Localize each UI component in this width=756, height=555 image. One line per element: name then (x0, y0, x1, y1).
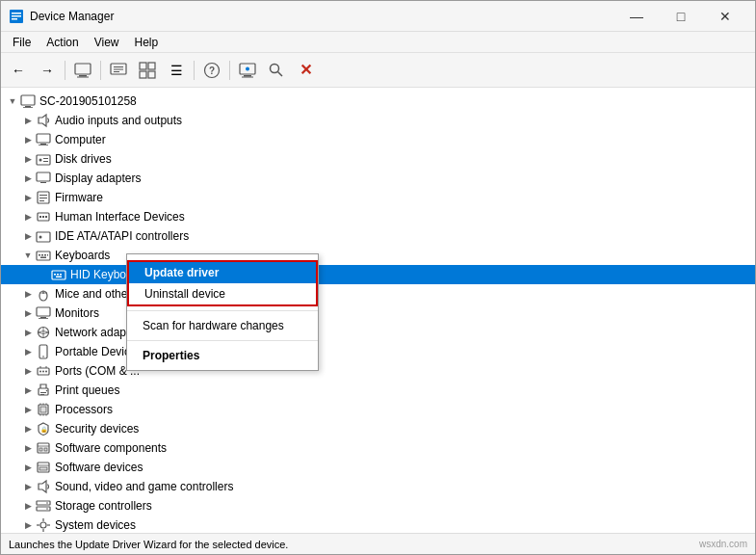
tree-item-firmware[interactable]: ▶ Firmware (1, 188, 755, 207)
svg-line-22 (278, 71, 283, 76)
software-dev-icon (36, 460, 51, 475)
expand-storage[interactable]: ▶ (20, 498, 36, 514)
svg-point-70 (45, 371, 47, 373)
ide-icon (36, 228, 51, 244)
tree-view[interactable]: ▼ SC-201905101258 ▶ Audio inputs and out… (1, 88, 755, 533)
svg-point-45 (39, 236, 42, 239)
status-watermark: wsxdn.com (699, 539, 747, 549)
close-button[interactable]: ✕ (703, 1, 747, 32)
system-icon (36, 517, 51, 533)
tree-item-hid[interactable]: ▶ Human Interface Devices (1, 207, 755, 226)
ctx-uninstall-device[interactable]: Uninstall device (129, 283, 316, 304)
svg-rect-27 (37, 134, 50, 143)
ctx-scan[interactable]: Scan for hardware changes (127, 315, 318, 336)
expand-network[interactable]: ▶ (20, 325, 36, 340)
svg-rect-44 (37, 232, 50, 242)
svg-rect-51 (40, 257, 46, 259)
tree-item-processors[interactable]: ▶ Processors (1, 400, 755, 419)
ctx-update-driver[interactable]: Update driver (129, 262, 316, 283)
expand-monitors[interactable]: ▶ (20, 305, 36, 321)
expand-disk[interactable]: ▶ (20, 151, 36, 167)
tree-item-root[interactable]: ▼ SC-201905101258 (1, 92, 755, 111)
print-label: Print queues (55, 383, 119, 397)
device-manager-button[interactable] (69, 57, 96, 84)
expand-audio[interactable]: ▶ (20, 113, 36, 128)
expand-portable[interactable]: ▶ (20, 344, 36, 359)
expand-ide[interactable]: ▶ (20, 228, 36, 244)
scan-button[interactable] (105, 57, 132, 84)
tree-item-portable[interactable]: ▶ Portable Device... (1, 342, 755, 361)
svg-rect-5 (79, 75, 87, 77)
tree-item-security[interactable]: ▶ 🔒 Security devices (1, 419, 755, 438)
list-button[interactable]: ☰ (163, 57, 190, 84)
expand-security[interactable]: ▶ (20, 421, 36, 436)
expand-ports[interactable]: ▶ (20, 363, 36, 379)
ctx-sep-1 (127, 310, 318, 311)
disk-label: Disk drives (55, 152, 112, 166)
svg-rect-54 (57, 274, 59, 276)
menu-view[interactable]: View (87, 34, 127, 51)
window-icon (9, 9, 24, 24)
svg-rect-55 (60, 274, 62, 276)
expand-sound[interactable]: ▶ (20, 479, 36, 494)
expand-computer[interactable]: ▶ (20, 132, 36, 147)
svg-rect-6 (77, 76, 89, 77)
tree-item-audio[interactable]: ▶ Audio inputs and outputs (1, 111, 755, 130)
expand-mice[interactable]: ▶ (20, 286, 36, 302)
delete-button[interactable]: ✕ (292, 57, 319, 84)
svg-rect-10 (114, 71, 119, 72)
main-content: ▼ SC-201905101258 ▶ Audio inputs and out… (1, 88, 755, 533)
expand-software-dev[interactable]: ▶ (20, 460, 36, 475)
tree-item-monitors[interactable]: ▶ Monitors (1, 304, 755, 323)
tree-item-sound[interactable]: ▶ Sound, video and game controllers (1, 477, 755, 496)
expand-system[interactable]: ▶ (20, 517, 36, 533)
menu-help[interactable]: Help (127, 34, 167, 51)
tree-item-computer[interactable]: ▶ Computer (1, 130, 755, 149)
tree-item-ports[interactable]: ▶ Ports (COM & ... (1, 361, 755, 381)
expand-print[interactable]: ▶ (20, 383, 36, 398)
magnify-button[interactable] (263, 57, 290, 84)
ctx-properties[interactable]: Properties (127, 345, 318, 366)
tree-item-software-comp[interactable]: ▶ Software components (1, 438, 755, 458)
svg-rect-4 (75, 64, 91, 74)
tree-item-software-dev[interactable]: ▶ Software devices (1, 458, 755, 477)
root-label: SC-201905101258 (39, 94, 137, 108)
portable-icon (36, 344, 51, 359)
tree-item-disk[interactable]: ▶ Disk drives (1, 149, 755, 169)
tree-item-display[interactable]: ▶ Display adapters (1, 169, 755, 188)
tree-item-keyboards[interactable]: ▼ Keyboards (1, 246, 755, 265)
monitor-button[interactable] (234, 57, 261, 84)
device-manager-window: Device Manager — □ ✕ File Action View He… (0, 0, 756, 555)
expand-keyboards[interactable]: ▼ (20, 248, 36, 263)
menu-file[interactable]: File (5, 34, 39, 51)
back-button[interactable]: ← (5, 57, 32, 84)
svg-point-69 (42, 371, 44, 373)
forward-button[interactable]: → (34, 57, 61, 84)
audio-label: Audio inputs and outputs (55, 114, 182, 127)
expand-software-comp[interactable]: ▶ (20, 440, 36, 456)
expand-hid[interactable]: ▶ (20, 209, 36, 225)
tree-item-system[interactable]: ▶ System devices (1, 515, 755, 533)
svg-rect-32 (43, 158, 48, 159)
menu-action[interactable]: Action (39, 34, 86, 51)
expand-firmware[interactable]: ▶ (20, 190, 36, 205)
tree-item-network[interactable]: ▶ Network adapters (1, 323, 755, 342)
svg-rect-61 (40, 317, 46, 318)
toolbar-separator-1 (65, 61, 65, 80)
svg-rect-41 (39, 216, 41, 218)
minimize-button[interactable]: — (614, 1, 659, 32)
svg-rect-43 (45, 216, 47, 218)
help-button[interactable]: ? (198, 57, 225, 84)
tree-item-print[interactable]: ▶ Print queues (1, 381, 755, 400)
tree-item-hid-keyboard[interactable]: ▶ HID Keyboard (1, 265, 755, 284)
tree-item-storage[interactable]: ▶ Storage controllers (1, 496, 755, 515)
maximize-button[interactable]: □ (659, 1, 703, 32)
expand-processors[interactable]: ▶ (20, 402, 36, 417)
tree-item-mice[interactable]: ▶ Mice and other... (1, 284, 755, 304)
ide-label: IDE ATA/ATAPI controllers (55, 229, 189, 243)
expand-root[interactable]: ▼ (5, 93, 20, 109)
window-controls: — □ ✕ (614, 1, 747, 32)
expand-display[interactable]: ▶ (20, 171, 36, 186)
grid-button[interactable] (134, 57, 161, 84)
tree-item-ide[interactable]: ▶ IDE ATA/ATAPI controllers (1, 226, 755, 246)
